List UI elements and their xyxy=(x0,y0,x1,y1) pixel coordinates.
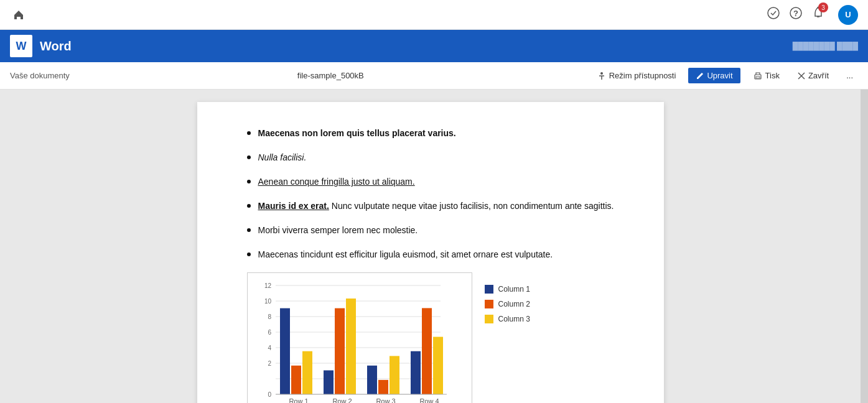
list-item: Maecenas tincidunt est efficitur ligula … xyxy=(247,248,614,261)
bullet-dot xyxy=(247,204,251,208)
bar-row1-col2 xyxy=(291,366,301,394)
chart-container: 12 10 8 6 4 2 0 xyxy=(247,272,614,403)
bullet-list: Maecenas non lorem quis tellus placerat … xyxy=(247,127,614,261)
document-scroll-area[interactable]: Maecenas non lorem quis tellus placerat … xyxy=(0,90,861,403)
bar-row1-col1 xyxy=(280,308,290,394)
user-info: ████████ ████ xyxy=(793,42,858,50)
list-item-text: Mauris id ex erat. Nunc vulputate neque … xyxy=(258,200,614,213)
svg-text:10: 10 xyxy=(264,298,271,305)
list-item-text-part1: Mauris id ex erat. xyxy=(258,201,329,211)
bar-row3-col1 xyxy=(367,366,377,394)
word-logo: W xyxy=(10,35,32,57)
legend-item-col2: Column 2 xyxy=(485,300,530,308)
word-title: Word xyxy=(40,39,72,53)
list-item: Maecenas non lorem quis tellus placerat … xyxy=(247,127,614,140)
doc-toolbar: Vaše dokumenty file-sample_500kB Režim p… xyxy=(0,62,868,90)
list-item-text: Maecenas tincidunt est efficitur ligula … xyxy=(258,248,553,261)
main-content: Maecenas non lorem quis tellus placerat … xyxy=(0,90,868,403)
svg-text:Row 4: Row 4 xyxy=(419,397,439,403)
help-icon[interactable]: ? xyxy=(790,7,802,22)
print-button[interactable]: Tisk xyxy=(748,68,785,83)
svg-text:0: 0 xyxy=(268,391,271,398)
printer-icon xyxy=(753,71,763,81)
bullet-dot xyxy=(247,228,251,232)
svg-text:Row 1: Row 1 xyxy=(289,397,308,403)
accessibility-icon xyxy=(597,71,607,81)
system-bar-left xyxy=(10,6,27,24)
svg-rect-7 xyxy=(756,76,760,78)
svg-point-0 xyxy=(768,7,779,19)
doc-toolbar-right: Režim přístupnosti Upravit Tisk Zavřít .… xyxy=(592,68,858,83)
legend-label-col2: Column 2 xyxy=(498,300,530,308)
bar-row2-col1 xyxy=(324,371,334,395)
legend-label-col3: Column 3 xyxy=(498,315,530,323)
list-item-text: Maecenas non lorem quis tellus placerat … xyxy=(258,127,456,140)
svg-text:8: 8 xyxy=(268,313,271,320)
notification-icon[interactable]: 3 xyxy=(812,6,824,23)
your-documents-link[interactable]: Vaše dokumenty xyxy=(10,71,70,80)
bar-row3-col2 xyxy=(378,380,388,394)
bar-row2-col2 xyxy=(335,308,345,394)
edit-button[interactable]: Upravit xyxy=(688,68,740,83)
list-item-text: Aenean conque fringilla justo ut aliquam… xyxy=(258,175,415,188)
svg-text:Row 2: Row 2 xyxy=(332,397,352,403)
notification-count: 3 xyxy=(818,2,828,12)
chart-legend: Column 1 Column 2 Column 3 xyxy=(485,272,530,323)
system-bar: ? 3 U xyxy=(0,0,868,30)
bullet-dot xyxy=(247,180,251,183)
legend-item-col1: Column 1 xyxy=(485,285,530,294)
accessibility-mode-button[interactable]: Režim přístupnosti xyxy=(592,68,681,83)
bar-row4-col1 xyxy=(411,351,421,394)
bar-row4-col3 xyxy=(433,337,443,394)
legend-item-col3: Column 3 xyxy=(485,315,530,323)
document-page: Maecenas non lorem quis tellus placerat … xyxy=(197,102,664,403)
list-item-text: Morbi viverra semper lorem nec molestie. xyxy=(258,224,418,237)
pencil-icon xyxy=(696,72,704,80)
list-item: Morbi viverra semper lorem nec molestie. xyxy=(247,224,614,237)
svg-text:4: 4 xyxy=(268,345,271,351)
svg-text:6: 6 xyxy=(268,329,271,336)
bullet-dot xyxy=(247,131,251,135)
legend-label-col1: Column 1 xyxy=(498,285,530,294)
list-item: Mauris id ex erat. Nunc vulputate neque … xyxy=(247,200,614,213)
svg-point-5 xyxy=(600,72,603,75)
legend-color-col3 xyxy=(485,315,493,323)
svg-text:?: ? xyxy=(793,9,798,18)
bar-row2-col3 xyxy=(346,299,356,394)
chart-area: 12 10 8 6 4 2 0 xyxy=(247,272,472,403)
svg-text:2: 2 xyxy=(268,360,271,367)
list-item: Aenean conque fringilla justo ut aliquam… xyxy=(247,175,614,188)
close-button[interactable]: Zavřít xyxy=(792,68,834,83)
bar-row4-col2 xyxy=(422,308,432,394)
bullet-dot xyxy=(247,252,251,256)
checkmark-icon[interactable] xyxy=(767,7,780,22)
avatar[interactable]: U xyxy=(838,5,858,25)
legend-color-col1 xyxy=(485,285,493,294)
document-filename: file-sample_500kB xyxy=(75,71,587,80)
home-button[interactable] xyxy=(10,6,27,24)
bar-chart: 12 10 8 6 4 2 0 xyxy=(254,279,465,403)
right-scrollbar[interactable] xyxy=(861,90,868,403)
legend-color-col2 xyxy=(485,300,493,308)
bullet-dot xyxy=(247,155,251,159)
bar-row3-col3 xyxy=(390,356,399,394)
list-item: Nulla facilisi. xyxy=(247,151,614,164)
system-bar-right: ? 3 U xyxy=(767,5,858,25)
list-item-text-part2: Nunc vulputate neque vitae justo facilis… xyxy=(332,201,614,211)
bar-row1-col3 xyxy=(302,351,312,394)
svg-text:12: 12 xyxy=(264,282,271,289)
close-icon xyxy=(797,72,806,80)
more-options-button[interactable]: ... xyxy=(841,68,858,83)
word-title-bar: W Word ████████ ████ xyxy=(0,30,868,62)
list-item-text: Nulla facilisi. xyxy=(258,151,307,164)
svg-text:Row 3: Row 3 xyxy=(376,397,395,403)
